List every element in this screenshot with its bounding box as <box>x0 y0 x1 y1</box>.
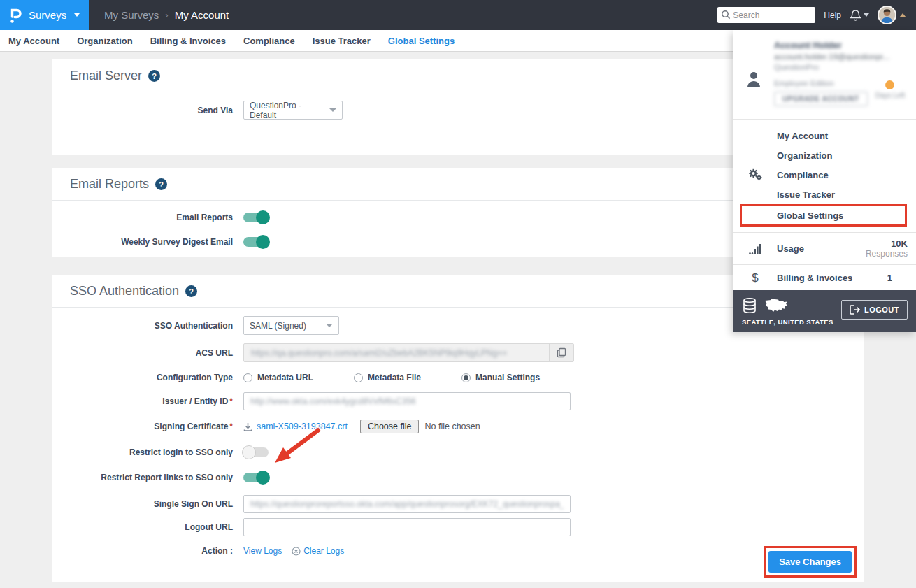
acs-url-label: ACS URL <box>52 348 233 358</box>
help-icon[interactable]: ? <box>155 178 167 190</box>
email-reports-toggle[interactable] <box>243 213 269 222</box>
acs-url-field: https://qa.questionpro.com/a/saml2/uZbeb… <box>243 343 574 362</box>
restrict-login-toggle[interactable] <box>243 447 269 457</box>
circle-x-icon <box>292 547 301 556</box>
user-name: Account Holder <box>774 40 909 50</box>
acs-url-value: https://qa.questionpro.com/a/saml2/uZbeb… <box>244 348 549 358</box>
help-icon[interactable]: ? <box>185 285 197 297</box>
logout-url-input[interactable] <box>243 518 571 536</box>
sso-title: SSO Authentication <box>70 284 179 299</box>
breadcrumb: My Surveys › My Account <box>104 9 229 21</box>
sso-type-select[interactable]: SAML (Signed) <box>243 316 339 335</box>
download-icon[interactable] <box>243 422 252 431</box>
dollar-icon: $ <box>751 271 759 285</box>
search-box <box>717 7 815 23</box>
tab-organization[interactable]: Organization <box>77 36 132 46</box>
product-switcher[interactable]: Surveys <box>0 0 89 30</box>
tab-global-settings[interactable]: Global Settings <box>388 36 455 46</box>
logout-button[interactable]: LOGOUT <box>841 300 908 320</box>
sso-url-label: Single Sign On URL <box>52 499 233 509</box>
usage-label: Usage <box>777 243 804 254</box>
billing-value: 1 <box>887 273 892 283</box>
days-left-label: Days Left <box>875 92 905 99</box>
required-asterisk: * <box>229 422 233 431</box>
sso-type-value: SAML (Signed) <box>250 321 306 331</box>
gears-icon <box>747 168 763 182</box>
issuer-entity-input[interactable]: http://www.okta.com/exk4ygcd8VxfM6sC356 <box>243 392 571 410</box>
send-via-value: QuestionPro - Default <box>250 101 329 120</box>
panel-footer: SEATTLE, UNITED STATES LOGOUT <box>733 290 916 332</box>
usage-value: 10K <box>866 238 908 249</box>
avatar <box>878 6 896 24</box>
logout-icon <box>850 305 860 315</box>
certificate-file-link[interactable]: saml-X509-3193847.crt <box>257 422 348 431</box>
menu-item-compliance[interactable]: Compliance <box>733 165 916 185</box>
issuer-entity-label: Issuer / Entity ID* <box>52 396 233 406</box>
radio-icon <box>243 373 252 382</box>
view-logs-link[interactable]: View Logs <box>243 546 282 556</box>
account-menu-button[interactable] <box>878 6 906 24</box>
action-label: Action : <box>52 546 233 556</box>
email-reports-title: Email Reports <box>70 177 149 192</box>
bell-icon <box>850 9 861 22</box>
weekly-digest-toggle-label: Weekly Survey Digest Email <box>52 237 233 247</box>
breadcrumb-separator: › <box>165 10 168 20</box>
required-asterisk: * <box>229 396 233 406</box>
billing-row[interactable]: $ Billing & Invoices 1 <box>733 264 916 290</box>
navbar-right: Help <box>717 6 916 24</box>
help-icon[interactable]: ? <box>148 70 160 82</box>
sso-url-value: https://questionproreportsso.okta.com/ap… <box>250 499 564 509</box>
tab-billing-invoices[interactable]: Billing & Invoices <box>150 36 226 46</box>
chevron-up-icon <box>899 13 906 17</box>
product-menu-label: Surveys <box>29 9 66 21</box>
account-menu-list: My Account Organization Compliance Issue… <box>733 119 916 232</box>
sso-url-input[interactable]: https://questionproreportsso.okta.com/ap… <box>243 495 571 513</box>
person-icon <box>746 71 761 87</box>
tab-compliance[interactable]: Compliance <box>243 36 295 46</box>
menu-item-my-account[interactable]: My Account <box>733 126 916 145</box>
menu-item-organization[interactable]: Organization <box>733 145 916 165</box>
bar-chart-icon <box>749 243 761 254</box>
radio-selected-icon <box>461 373 471 382</box>
help-link[interactable]: Help <box>824 10 841 20</box>
radio-metadata-url[interactable]: Metadata URL <box>243 373 313 382</box>
email-server-title: Email Server <box>70 69 142 83</box>
global-settings-highlight-box: Global Settings <box>740 204 907 227</box>
choose-file-button[interactable]: Choose file <box>360 420 420 433</box>
menu-item-issue-tracker[interactable]: Issue Tracker <box>733 185 916 204</box>
top-navbar: Surveys My Surveys › My Account Help <box>0 0 916 30</box>
questionpro-logo-icon <box>8 6 22 24</box>
days-left-indicator: Days Left <box>875 80 905 99</box>
days-left-dot-icon <box>885 80 894 89</box>
dashed-divider <box>59 550 857 550</box>
radio-metadata-file[interactable]: Metadata File <box>354 373 421 382</box>
restrict-report-label: Restrict Report links to SSO only <box>52 473 233 482</box>
usa-map-icon <box>764 299 788 314</box>
send-via-select[interactable]: QuestionPro - Default <box>243 101 343 120</box>
menu-item-global-settings[interactable]: Global Settings <box>742 206 905 224</box>
restrict-report-toggle[interactable] <box>243 473 269 482</box>
save-changes-button[interactable]: Save Changes <box>768 551 852 573</box>
upgrade-account-button[interactable]: UPGRADE ACCOUNT <box>774 92 868 106</box>
billing-label: Billing & Invoices <box>777 273 852 283</box>
tab-issue-tracker[interactable]: Issue Tracker <box>313 36 371 46</box>
no-file-chosen-text: No file chosen <box>424 422 480 431</box>
sso-type-label: SSO Authentication <box>52 321 233 331</box>
chevron-down-icon <box>864 13 869 17</box>
clear-logs-link[interactable]: Clear Logs <box>292 546 344 556</box>
breadcrumb-my-surveys[interactable]: My Surveys <box>104 9 159 21</box>
save-highlight-box: Save Changes <box>764 546 857 578</box>
database-icon <box>742 297 757 314</box>
user-info-block: Account Holder account.holder.19@questio… <box>733 30 916 119</box>
notifications-button[interactable] <box>850 9 869 22</box>
chevron-down-icon <box>326 324 333 327</box>
configuration-type-label: Configuration Type <box>52 373 233 382</box>
copy-icon[interactable] <box>549 344 573 361</box>
radio-manual-settings[interactable]: Manual Settings <box>461 373 540 382</box>
usage-unit: Responses <box>866 249 908 259</box>
usage-row[interactable]: Usage 10K Responses <box>733 232 916 264</box>
search-input[interactable] <box>717 7 815 23</box>
breadcrumb-current: My Account <box>175 9 229 21</box>
weekly-digest-toggle[interactable] <box>243 237 269 247</box>
tab-my-account[interactable]: My Account <box>8 36 59 46</box>
